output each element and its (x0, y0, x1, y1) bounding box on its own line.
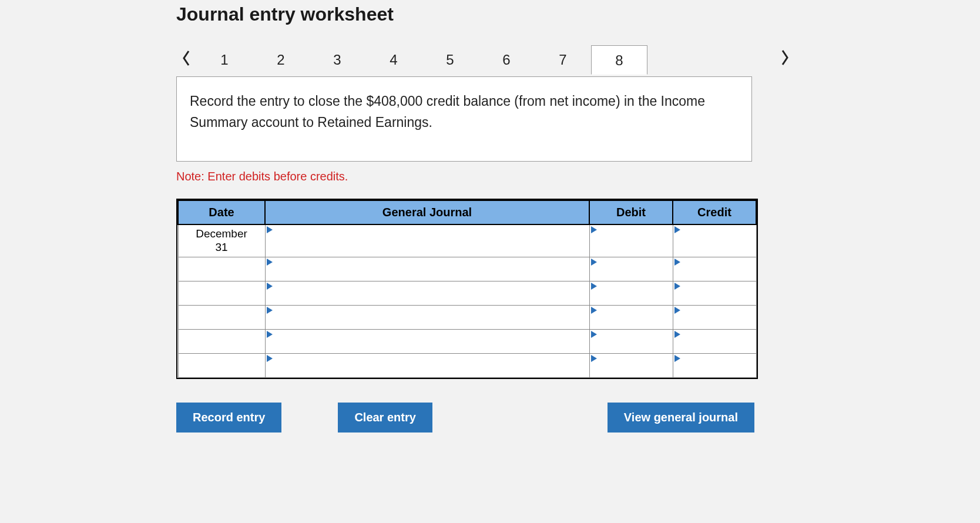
dropdown-indicator-icon (591, 283, 597, 290)
dropdown-indicator-icon (674, 307, 680, 314)
credit-cell[interactable] (673, 281, 756, 305)
credit-cell[interactable] (673, 353, 756, 377)
dropdown-indicator-icon (267, 283, 273, 290)
table-row (178, 281, 756, 305)
table-row (178, 353, 756, 377)
debit-cell[interactable] (589, 353, 673, 377)
dropdown-indicator-icon (267, 226, 273, 233)
tab-5[interactable]: 5 (422, 45, 478, 74)
general-journal-cell[interactable] (265, 353, 589, 377)
dropdown-indicator-icon (591, 307, 597, 314)
credit-cell[interactable] (673, 305, 756, 329)
dropdown-indicator-icon (591, 259, 597, 266)
chevron-right-icon (780, 49, 790, 68)
date-cell[interactable] (178, 281, 265, 305)
instruction-text: Record the entry to close the $408,000 c… (190, 93, 705, 130)
date-cell[interactable] (178, 305, 265, 329)
general-journal-cell[interactable] (265, 305, 589, 329)
chevron-left-icon (182, 50, 191, 69)
credit-cell[interactable] (673, 329, 756, 353)
general-journal-cell[interactable] (265, 224, 589, 257)
table-row (178, 257, 756, 281)
dropdown-indicator-icon (674, 259, 680, 266)
col-general: General Journal (265, 200, 589, 224)
general-journal-cell[interactable] (265, 257, 589, 281)
date-cell[interactable]: December31 (178, 224, 265, 257)
date-value: December31 (196, 227, 247, 253)
date-cell[interactable] (178, 329, 265, 353)
tab-4[interactable]: 4 (365, 45, 422, 74)
button-row: Record entry Clear entry View general jo… (176, 403, 754, 433)
tab-1[interactable]: 1 (196, 45, 253, 74)
dropdown-indicator-icon (591, 331, 597, 338)
dropdown-indicator-icon (674, 355, 680, 362)
prev-entry-button[interactable] (176, 45, 196, 74)
tab-3[interactable]: 3 (309, 45, 365, 74)
dropdown-indicator-icon (591, 355, 597, 362)
col-debit: Debit (589, 200, 673, 224)
dropdown-indicator-icon (674, 331, 680, 338)
debit-cell[interactable] (589, 224, 673, 257)
general-journal-cell[interactable] (265, 329, 589, 353)
instruction-box: Record the entry to close the $408,000 c… (176, 76, 752, 162)
dropdown-indicator-icon (267, 307, 273, 314)
table-row (178, 329, 756, 353)
debit-cell[interactable] (589, 305, 673, 329)
dropdown-indicator-icon (591, 226, 597, 233)
clear-entry-button[interactable]: Clear entry (338, 403, 432, 433)
col-date: Date (178, 200, 265, 224)
record-entry-button[interactable]: Record entry (176, 403, 281, 433)
tab-8[interactable]: 8 (591, 45, 647, 75)
table-row (178, 305, 756, 329)
col-credit: Credit (673, 200, 756, 224)
note-text: Note: Enter debits before credits. (176, 170, 980, 183)
date-cell[interactable] (178, 257, 265, 281)
tab-7[interactable]: 7 (535, 45, 591, 74)
dropdown-indicator-icon (267, 331, 273, 338)
credit-cell[interactable] (673, 257, 756, 281)
dropdown-indicator-icon (674, 226, 680, 233)
dropdown-indicator-icon (674, 283, 680, 290)
general-journal-cell[interactable] (265, 281, 589, 305)
journal-table: Date General Journal Debit Credit Decemb… (177, 200, 757, 378)
date-cell[interactable] (178, 353, 265, 377)
table-row: December31 (178, 224, 756, 257)
debit-cell[interactable] (589, 281, 673, 305)
tab-6[interactable]: 6 (478, 45, 535, 74)
tab-bar: 1 2 3 4 5 6 7 8 (176, 42, 980, 77)
journal-table-wrap: Date General Journal Debit Credit Decemb… (176, 199, 758, 379)
tab-2[interactable]: 2 (253, 45, 309, 74)
credit-cell[interactable] (673, 224, 756, 257)
debit-cell[interactable] (589, 257, 673, 281)
view-general-journal-button[interactable]: View general journal (608, 403, 754, 433)
debit-cell[interactable] (589, 329, 673, 353)
next-entry-button[interactable] (775, 44, 795, 73)
dropdown-indicator-icon (267, 259, 273, 266)
dropdown-indicator-icon (267, 355, 273, 362)
page-title: Journal entry worksheet (176, 4, 980, 25)
